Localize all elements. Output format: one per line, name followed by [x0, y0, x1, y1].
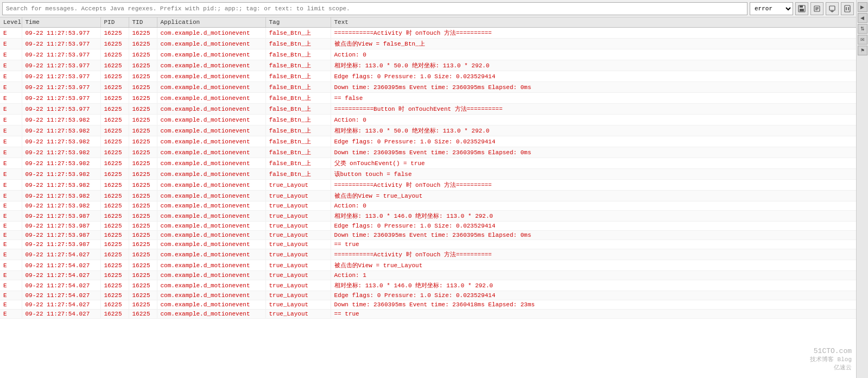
- table-row: E09-22 11:27:53.9771622516225com.example…: [0, 28, 856, 39]
- cell-app: com.example.d_motionevent: [157, 82, 265, 93]
- cell-app: com.example.d_motionevent: [157, 147, 265, 158]
- cell-tag: true_Layout: [265, 310, 331, 319]
- cell-level: E: [0, 231, 22, 240]
- cell-pid: 16225: [100, 125, 129, 136]
- cell-app: com.example.d_motionevent: [157, 93, 265, 104]
- cell-tag: false_Btn_上: [265, 49, 331, 60]
- table-row: E09-22 11:27:53.9871622516225com.example…: [0, 231, 856, 240]
- table-row: E09-22 11:27:54.0271622516225com.example…: [0, 249, 856, 260]
- cell-time: 09-22 11:27:54.027: [22, 291, 100, 300]
- cell-tag: true_Layout: [265, 271, 331, 280]
- cell-time: 09-22 11:27:54.027: [22, 271, 100, 280]
- save-button[interactable]: [795, 2, 808, 15]
- cell-text: 被点击的View = true_Layout: [331, 260, 856, 271]
- cell-pid: 16225: [100, 93, 129, 104]
- cell-time: 09-22 11:27:53.977: [22, 60, 100, 71]
- cell-text: 该button touch = false: [331, 169, 856, 180]
- cell-tag: true_Layout: [265, 300, 331, 310]
- col-header-level: Level: [0, 17, 22, 28]
- cell-time: 09-22 11:27:53.982: [22, 115, 100, 125]
- svg-rect-7: [829, 6, 835, 10]
- cell-time: 09-22 11:27:53.982: [22, 125, 100, 136]
- cell-text: Action: 1: [331, 271, 856, 280]
- sidebar-btn-5[interactable]: ⚑: [858, 46, 867, 55]
- cell-text: Edge flags: 0 Pressure: 1.0 Size: 0.0235…: [331, 291, 856, 300]
- log-table-container[interactable]: Level Time PID TID Application Tag Text …: [0, 17, 856, 378]
- table-row: E09-22 11:27:53.9821622516225com.example…: [0, 180, 856, 191]
- cell-pid: 16225: [100, 260, 129, 271]
- cell-text: Down time: 2360395ms Event time: 2360395…: [331, 147, 856, 158]
- cell-time: 09-22 11:27:53.977: [22, 71, 100, 82]
- clear-button[interactable]: [810, 2, 823, 15]
- cell-tid: 16225: [129, 291, 157, 300]
- cell-tid: 16225: [129, 115, 157, 125]
- sidebar-btn-1[interactable]: ▶: [858, 2, 867, 12]
- cell-tag: true_Layout: [265, 291, 331, 300]
- cell-tid: 16225: [129, 310, 157, 319]
- cell-text: ===========Button 时 onTouchEvent 方法=====…: [331, 104, 856, 115]
- table-row: E09-22 11:27:54.0271622516225com.example…: [0, 291, 856, 300]
- sidebar-btn-4[interactable]: ✉: [858, 35, 867, 45]
- cell-tag: false_Btn_上: [265, 60, 331, 71]
- cell-app: com.example.d_motionevent: [157, 136, 265, 147]
- sidebar-btn-2[interactable]: ◀: [858, 13, 867, 23]
- cell-pid: 16225: [100, 169, 129, 180]
- cell-time: 09-22 11:27:53.977: [22, 104, 100, 115]
- table-row: E09-22 11:27:53.9821622516225com.example…: [0, 125, 856, 136]
- table-row: E09-22 11:27:53.9821622516225com.example…: [0, 169, 856, 180]
- cell-text: == true: [331, 240, 856, 249]
- cell-tid: 16225: [129, 222, 157, 231]
- col-header-app: Application: [157, 17, 265, 28]
- cell-tag: true_Layout: [265, 191, 331, 201]
- svg-rect-1: [800, 5, 803, 8]
- col-header-pid: PID: [100, 17, 129, 28]
- cell-app: com.example.d_motionevent: [157, 222, 265, 231]
- cell-pid: 16225: [100, 104, 129, 115]
- cell-tag: true_Layout: [265, 260, 331, 271]
- cell-text: Action: 0: [331, 115, 856, 125]
- table-row: E09-22 11:27:54.0271622516225com.example…: [0, 280, 856, 291]
- cell-pid: 16225: [100, 271, 129, 280]
- table-row: E09-22 11:27:53.9771622516225com.example…: [0, 82, 856, 93]
- search-input[interactable]: [2, 2, 747, 15]
- cell-tag: true_Layout: [265, 280, 331, 291]
- cell-tag: false_Btn_上: [265, 169, 331, 180]
- cell-app: com.example.d_motionevent: [157, 211, 265, 222]
- level-select[interactable]: verbose debug info warn error assert: [750, 2, 793, 15]
- cell-pid: 16225: [100, 240, 129, 249]
- cell-tag: false_Btn_上: [265, 28, 331, 39]
- cell-pid: 16225: [100, 291, 129, 300]
- cell-tid: 16225: [129, 280, 157, 291]
- table-row: E09-22 11:27:53.9871622516225com.example…: [0, 211, 856, 222]
- svg-rect-2: [800, 9, 804, 11]
- cell-tid: 16225: [129, 71, 157, 82]
- sidebar-btn-3[interactable]: ⇅: [858, 24, 867, 34]
- table-row: E09-22 11:27:53.9821622516225com.example…: [0, 115, 856, 125]
- cell-text: 相对坐标: 113.0 * 50.0 绝对坐标: 113.0 * 292.0: [331, 60, 856, 71]
- table-row: E09-22 11:27:53.9821622516225com.example…: [0, 201, 856, 211]
- cell-text: Action: 0: [331, 49, 856, 60]
- table-row: E09-22 11:27:54.0271622516225com.example…: [0, 260, 856, 271]
- cell-text: Edge flags: 0 Pressure: 1.0 Size: 0.0235…: [331, 71, 856, 82]
- cell-level: E: [0, 291, 22, 300]
- cell-tid: 16225: [129, 147, 157, 158]
- table-row: E09-22 11:27:54.0271622516225com.example…: [0, 300, 856, 310]
- cell-level: E: [0, 249, 22, 260]
- cell-tag: false_Btn_上: [265, 115, 331, 125]
- cell-time: 09-22 11:27:53.987: [22, 231, 100, 240]
- table-row: E09-22 11:27:53.9771622516225com.example…: [0, 71, 856, 82]
- cell-app: com.example.d_motionevent: [157, 191, 265, 201]
- cell-level: E: [0, 136, 22, 147]
- cell-time: 09-22 11:27:53.982: [22, 169, 100, 180]
- table-row: E09-22 11:27:53.9771622516225com.example…: [0, 104, 856, 115]
- cell-app: com.example.d_motionevent: [157, 231, 265, 240]
- cell-pid: 16225: [100, 115, 129, 125]
- cell-app: com.example.d_motionevent: [157, 271, 265, 280]
- cell-level: E: [0, 125, 22, 136]
- cell-tag: true_Layout: [265, 180, 331, 191]
- cell-time: 09-22 11:27:53.982: [22, 136, 100, 147]
- pause-button[interactable]: [841, 2, 854, 15]
- cell-level: E: [0, 222, 22, 231]
- scroll-button[interactable]: [826, 2, 839, 15]
- cell-app: com.example.d_motionevent: [157, 201, 265, 211]
